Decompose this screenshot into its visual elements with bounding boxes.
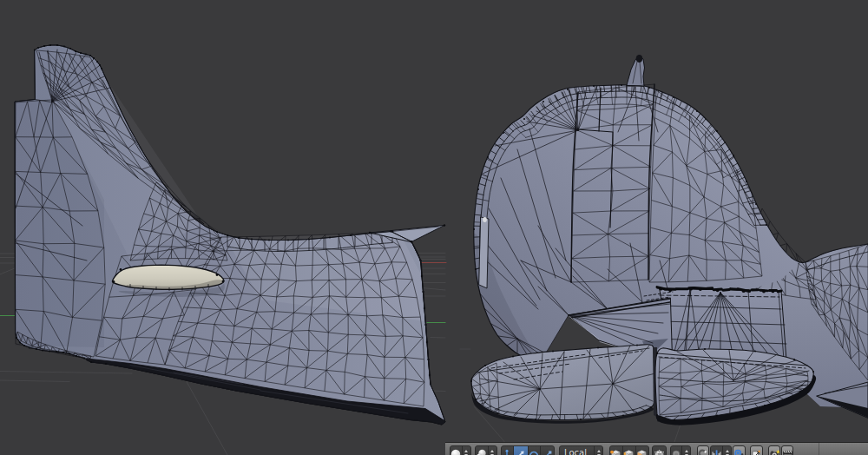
snap-element-selector[interactable] xyxy=(710,445,733,455)
pivot-point-selector[interactable] xyxy=(475,445,497,455)
manipulator-group-seg[interactable] xyxy=(528,446,541,455)
solid-shading-sphere-icon xyxy=(450,449,461,455)
snap-element-selector-seg[interactable] xyxy=(711,446,723,455)
viewport-shading-selector[interactable] xyxy=(450,445,471,455)
face-select-icon xyxy=(636,449,648,455)
pivot-median-icon xyxy=(476,449,487,455)
copy-buffer-button[interactable] xyxy=(750,445,763,455)
transform-orientation-selector-value[interactable]: Local xyxy=(560,446,594,455)
mesh-select-mode-group[interactable] xyxy=(609,445,650,455)
limit-selection-to-visible-button-seg[interactable] xyxy=(653,446,666,455)
vertex-select-icon xyxy=(610,449,621,455)
scale-manipulator-icon xyxy=(542,449,553,455)
manipulator-group-seg[interactable] xyxy=(502,446,513,455)
updown-arrows-icon[interactable] xyxy=(681,446,690,455)
blender-window: Local xyxy=(0,0,868,455)
transform-orientation-selector[interactable]: Local xyxy=(559,445,603,455)
copy-buffer-button-seg[interactable] xyxy=(751,446,762,455)
manipulator-group[interactable] xyxy=(501,445,555,455)
opengl-clapper-icon xyxy=(782,449,793,455)
translate-manipulator-icon xyxy=(515,449,526,455)
snap-active-icon xyxy=(733,449,744,455)
manipulator-group-seg[interactable] xyxy=(540,446,554,455)
header-area-seam xyxy=(819,443,819,455)
proportional-off-icon xyxy=(671,449,681,455)
paste-page-icon xyxy=(751,449,761,455)
snap-toggle-button-seg[interactable] xyxy=(698,446,709,455)
rotate-manipulator-icon xyxy=(529,449,539,455)
mesh-select-mode-group-seg[interactable] xyxy=(610,446,622,455)
3d-viewport[interactable] xyxy=(0,0,868,455)
limit-selection-to-visible-button[interactable] xyxy=(652,445,667,455)
opengl-render-anim-button[interactable] xyxy=(781,445,794,455)
manipulator-group-seg[interactable] xyxy=(513,446,528,455)
updown-arrows-icon[interactable] xyxy=(462,446,470,455)
snap-target-button[interactable] xyxy=(733,445,746,455)
opengl-render-still-button[interactable] xyxy=(768,445,780,455)
mesh-select-mode-group-seg[interactable] xyxy=(622,446,635,455)
occlude-geometry-icon xyxy=(654,449,665,455)
viewport-header-bar: Local xyxy=(445,442,868,455)
manipulator-axes-icon xyxy=(502,449,512,455)
snap-increment-icon xyxy=(711,449,722,455)
opengl-render-still-button-seg[interactable] xyxy=(769,446,780,455)
snap-magnet-icon xyxy=(698,449,708,455)
opengl-render-anim-button-seg[interactable] xyxy=(782,446,793,455)
snap-toggle-button[interactable] xyxy=(697,445,710,455)
mesh-select-mode-group-seg[interactable] xyxy=(635,446,648,455)
proportional-editing-selector-seg[interactable] xyxy=(671,446,681,455)
updown-arrows-icon[interactable] xyxy=(594,446,602,455)
opengl-camera-icon xyxy=(769,449,780,455)
viewport-shading-selector-seg[interactable] xyxy=(450,446,462,455)
updown-arrows-icon[interactable] xyxy=(488,446,496,455)
orientation-value-label: Local xyxy=(560,449,589,455)
pivot-point-selector-seg[interactable] xyxy=(476,446,488,455)
updown-arrows-icon[interactable] xyxy=(722,446,731,455)
proportional-editing-selector[interactable] xyxy=(670,445,691,455)
snap-target-button-seg[interactable] xyxy=(733,446,745,455)
edge-select-icon xyxy=(623,449,635,455)
